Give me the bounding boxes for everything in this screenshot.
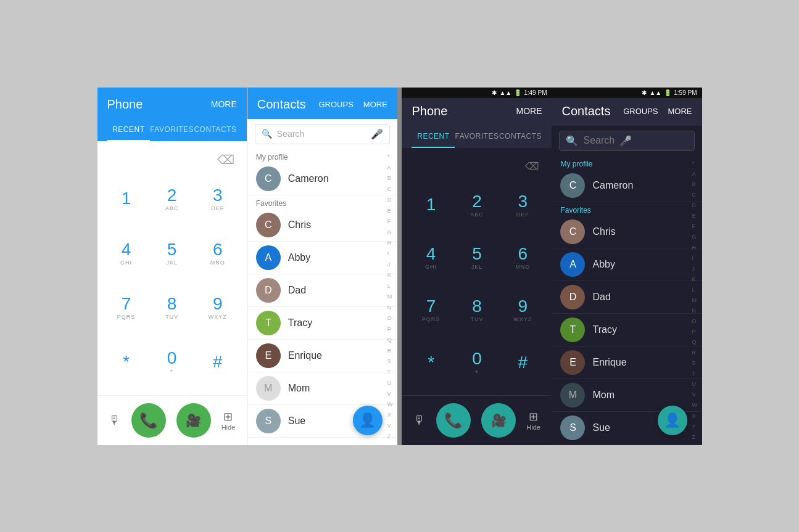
dial-key-0-dark[interactable]: 0+ — [454, 336, 500, 388]
dial-key-3[interactable]: 3DEF — [195, 172, 241, 226]
search-input-dark[interactable]: Search — [583, 135, 615, 146]
contact-name-cameron-dark: Cameron — [592, 180, 633, 191]
search-icon-dark: 🔍 — [566, 135, 578, 147]
dial-key-9[interactable]: 9WXYZ — [195, 280, 241, 335]
contacts-search-bar[interactable]: 🔍 Search 🎤 — [255, 124, 390, 144]
contact-row-mom-dark[interactable]: M Mom — [552, 379, 702, 412]
contact-row-dad[interactable]: D Dad — [247, 274, 397, 307]
dark-phone-screen: ✱ ▲▲ 🔋 1:49 PM Phone MORE RECENT FAVORIT… — [402, 88, 552, 445]
more-button[interactable]: MORE — [363, 100, 387, 109]
video-call-button[interactable]: 🎥 — [176, 403, 211, 438]
video-call-button-dark[interactable]: 🎥 — [481, 403, 516, 438]
contact-row-mom[interactable]: M Mom — [247, 372, 397, 405]
call-button-dark[interactable]: 📞 — [436, 403, 471, 438]
mic-button[interactable]: 🎙 — [109, 413, 121, 427]
avatar-sue: S — [256, 409, 281, 433]
dl6: MNO — [515, 264, 530, 270]
tab-favorites[interactable]: FAVORITES — [150, 119, 194, 141]
dial-key-3-dark[interactable]: 3DEF — [500, 179, 545, 231]
dial-key-star-dark[interactable]: * — [408, 336, 453, 388]
avatar-dad: D — [256, 278, 281, 303]
groups-button[interactable]: GROUPS — [318, 100, 353, 109]
tab-recent-dark[interactable]: RECENT — [412, 126, 455, 148]
contact-row-abby-dark[interactable]: A Abby — [552, 248, 702, 281]
avatar-tracy: T — [256, 311, 281, 335]
hide-button-dark[interactable]: ⊞ Hide — [526, 410, 540, 431]
dial-key-0[interactable]: 0+ — [149, 335, 195, 389]
dl7: PQRS — [422, 316, 441, 322]
hide-button[interactable]: ⊞ Hide — [221, 410, 236, 431]
mic-icon: 🎙 — [109, 413, 121, 427]
dial-key-9-dark[interactable]: 9WXYZ — [500, 284, 545, 336]
alpha-index[interactable]: *ABCDEFGHIJKLMNOPQRSTUVWXYZ — [387, 149, 396, 445]
dl8: TUV — [470, 316, 483, 322]
contact-row-tracy[interactable]: T Tracy — [247, 307, 397, 340]
search-input[interactable]: Search — [277, 129, 366, 139]
contact-row-enrique-dark[interactable]: E Enrique — [552, 346, 702, 379]
dial-letters-9: WXYZ — [209, 314, 227, 320]
groups-button-dark[interactable]: GROUPS — [623, 107, 658, 116]
dial-key-8[interactable]: 8TUV — [149, 280, 195, 335]
dial-key-5-dark[interactable]: 5JKL — [454, 231, 500, 284]
tab-contacts[interactable]: CONTACTS — [194, 119, 237, 141]
dl5: JKL — [471, 264, 483, 270]
dial-key-4[interactable]: 4GHI — [104, 226, 149, 280]
phone-more-dark[interactable]: MORE — [516, 106, 542, 116]
dial-key-6-dark[interactable]: 6MNO — [500, 231, 545, 284]
add-contact-fab[interactable]: 👤 — [353, 406, 383, 435]
light-contacts-screen: Contacts GROUPS MORE 🔍 Search 🎤 My profi… — [247, 88, 397, 445]
contacts-title-dark: Contacts — [561, 104, 610, 118]
status-time: 1:49 PM — [524, 89, 547, 96]
dial-key-star[interactable]: * — [104, 335, 149, 389]
contact-name-chris: Chris — [288, 219, 311, 231]
contact-row-chris[interactable]: C Chris — [247, 209, 397, 242]
dial-key-5[interactable]: 5JKL — [149, 226, 195, 280]
dial-letters-6: MNO — [210, 260, 225, 266]
contacts-search-bar-dark[interactable]: 🔍 Search 🎤 — [559, 131, 694, 151]
bluetooth-icon-dc: ✱ — [642, 89, 647, 96]
call-button[interactable]: 📞 — [131, 403, 166, 438]
phone-more-button[interactable]: MORE — [211, 99, 237, 109]
dial-key-hash[interactable]: # — [195, 335, 241, 389]
tab-favorites-dark[interactable]: FAVORITES — [455, 126, 499, 148]
status-time-dc: 1:59 PM — [674, 89, 697, 96]
contact-row-chris-dark[interactable]: C Chris — [552, 216, 702, 248]
contact-row-dad-dark[interactable]: D Dad — [552, 281, 702, 314]
backspace-icon[interactable]: ⌫ — [217, 152, 234, 167]
dial-key-4-dark[interactable]: 4GHI — [408, 231, 453, 284]
dial-key-2[interactable]: 2ABC — [149, 172, 195, 226]
dial-key-7-dark[interactable]: 7PQRS — [408, 284, 453, 336]
dial-key-7[interactable]: 7PQRS — [104, 280, 149, 335]
dial-key-2-dark[interactable]: 2ABC — [454, 179, 500, 231]
contacts-list-wrapper: My profile C Cameron Favorites C Chris A… — [247, 149, 397, 445]
battery-icon: 🔋 — [514, 89, 521, 96]
dl3: DEF — [516, 211, 529, 218]
alpha-index-dark[interactable]: *ABCDEFGHIJKLMNOPQRSTUVWXYZ — [692, 156, 701, 445]
contact-row-cameron[interactable]: C Cameron — [247, 163, 397, 195]
signal-icons: ▲▲ — [499, 89, 511, 96]
dial-letters-2: ABC — [165, 205, 179, 211]
contact-name-enrique: Enrique — [288, 350, 322, 361]
tab-recent[interactable]: RECENT — [107, 119, 151, 141]
avatar-mom: M — [256, 376, 281, 401]
contact-row-cameron-dark[interactable]: C Cameron — [552, 170, 702, 202]
dial-key-1-dark[interactable]: 1 — [408, 179, 453, 231]
add-contact-icon: 👤 — [359, 412, 376, 428]
contact-name-cameron: Cameron — [288, 173, 329, 184]
avatar-mom-dark: M — [560, 383, 585, 407]
dial-key-6[interactable]: 6MNO — [195, 226, 241, 280]
more-button-dark[interactable]: MORE — [668, 107, 692, 116]
mic-button-dark[interactable]: 🎙 — [413, 413, 426, 427]
add-contact-fab-dark[interactable]: 👤 — [658, 406, 687, 435]
mic-search-icon: 🎤 — [371, 128, 383, 140]
contact-row-tracy-dark[interactable]: T Tracy — [552, 314, 702, 346]
contact-row-enrique[interactable]: E Enrique — [247, 340, 397, 372]
dial-key-hash-dark[interactable]: # — [500, 336, 545, 388]
contacts-header-light: Contacts GROUPS MORE — [247, 88, 397, 119]
hide-label-dark: Hide — [526, 424, 540, 431]
backspace-icon-dark[interactable]: ⌫ — [525, 160, 539, 172]
contact-row-abby[interactable]: A Abby — [247, 242, 397, 274]
tab-contacts-dark[interactable]: CONTACTS — [499, 126, 542, 148]
dial-key-8-dark[interactable]: 8TUV — [454, 284, 500, 336]
dial-key-1[interactable]: 1 — [104, 172, 149, 226]
